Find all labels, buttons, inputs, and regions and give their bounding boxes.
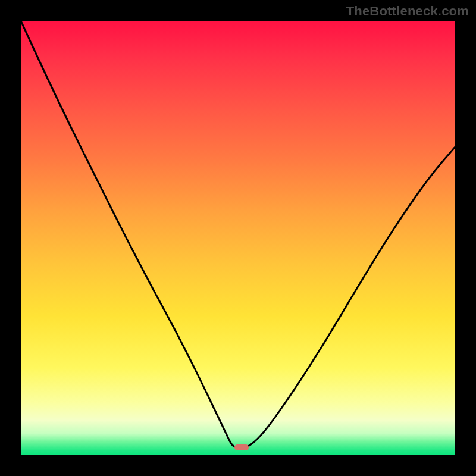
bottleneck-curve xyxy=(21,21,455,455)
minimum-marker xyxy=(234,444,249,450)
curve-path xyxy=(21,21,455,449)
plot-area xyxy=(21,21,455,455)
watermark-text: TheBottleneck.com xyxy=(346,4,469,19)
chart-frame: TheBottleneck.com xyxy=(0,0,476,476)
